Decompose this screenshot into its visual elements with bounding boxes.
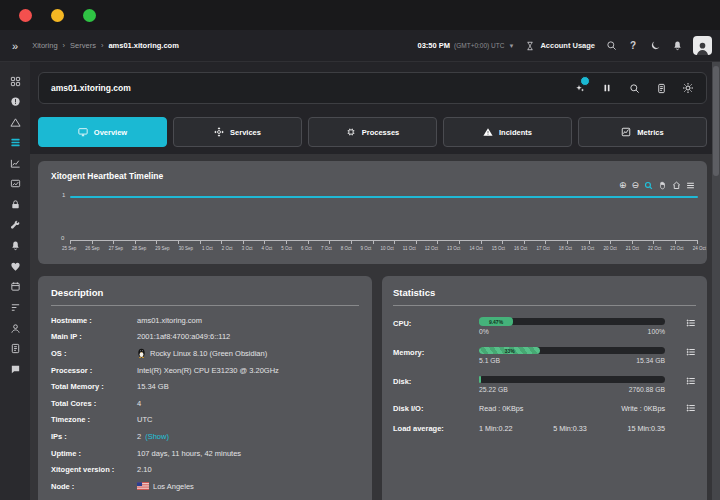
close-window-button[interactable] — [19, 9, 32, 22]
sidebar-item-security[interactable] — [9, 199, 21, 211]
home-reset-icon[interactable] — [672, 181, 681, 190]
x-axis-tick — [92, 241, 93, 244]
warning-triangle-icon — [483, 127, 493, 137]
x-axis-tick-label: 14 Oct — [469, 246, 482, 251]
show-ips-link[interactable]: (Show) — [145, 432, 169, 441]
breadcrumb: Xitoring › Servers › ams01.xitoring.com — [32, 41, 179, 50]
disk-io-write: Write : 0KBps — [621, 404, 665, 413]
scrollbar-thumb[interactable] — [713, 66, 719, 176]
x-axis-tick-label: 2 Oct — [222, 246, 233, 251]
stat-row-disk-io: Disk I/O: Read : 0KBps Write : 0KBps — [393, 403, 696, 413]
x-axis-tick — [70, 241, 71, 244]
memory-percent-badge: 33% — [505, 348, 515, 354]
x-axis-tick — [632, 241, 633, 244]
description-row-xitogent-version: Xitogent version :2.10 — [51, 461, 359, 478]
zoom-in-icon[interactable]: ⊕ — [619, 181, 627, 190]
load-1min: 1 Min:0.22 — [479, 424, 513, 433]
x-axis-tick — [589, 241, 590, 244]
disk-usage-bar — [479, 376, 665, 383]
x-axis-tick — [286, 241, 287, 244]
sidebar-item-graphs[interactable] — [9, 157, 21, 169]
description-row-os: OS : Rocky Linux 8.10 (Green Obsidian) — [51, 345, 359, 362]
user-avatar[interactable] — [693, 36, 712, 55]
x-axis-labels: 25 Sep26 Sep27 Sep28 Sep29 Sep30 Sep1 Oc… — [62, 246, 706, 251]
sidebar-item-notifications[interactable] — [9, 240, 21, 252]
stat-row-load-average: Load average: 1 Min:0.22 5 Min:0.33 15 M… — [393, 423, 696, 433]
server-search-icon[interactable] — [628, 82, 640, 94]
notifications-bell-icon[interactable] — [671, 40, 683, 52]
sidebar-item-incidents[interactable] — [9, 116, 21, 128]
scrollbar-track[interactable] — [712, 62, 720, 500]
tab-metrics-label: Metrics — [637, 128, 663, 137]
sidebar-item-health[interactable] — [9, 260, 21, 272]
pause-monitoring-icon[interactable] — [601, 82, 613, 94]
dark-mode-icon[interactable] — [649, 40, 661, 52]
server-settings-gear-icon[interactable] — [682, 82, 694, 94]
sidebar-item-feedback[interactable] — [9, 363, 21, 375]
selection-zoom-icon[interactable] — [644, 181, 653, 190]
description-row-uptime: Uptime :107 days, 11 hours, 42 minutes — [51, 445, 359, 462]
breadcrumb-item-xitoring[interactable]: Xitoring — [32, 41, 57, 50]
server-name: ams01.xitoring.com — [51, 83, 131, 93]
breadcrumb-separator: › — [63, 41, 66, 50]
sidebar-item-status[interactable] — [9, 96, 21, 108]
load-15min: 15 Min:0.35 — [627, 424, 665, 433]
account-usage-link[interactable]: Account Usage — [524, 40, 595, 52]
sidebar-item-servers[interactable] — [9, 137, 21, 149]
sidebar-item-calendar[interactable] — [9, 281, 21, 293]
search-icon[interactable] — [605, 40, 617, 52]
sidebar-item-profile[interactable] — [9, 322, 21, 334]
x-axis-tick — [178, 241, 179, 244]
x-axis-tick — [113, 241, 114, 244]
tab-overview[interactable]: Overview — [38, 117, 167, 147]
window-titlebar — [0, 0, 720, 30]
disk-io-read: Read : 0KBps — [479, 404, 523, 413]
x-axis-tick — [610, 241, 611, 244]
x-axis-tick — [481, 241, 482, 244]
tab-incidents[interactable]: Incidents — [443, 117, 572, 147]
sidebar-item-reports[interactable] — [9, 302, 21, 314]
description-row-processor: Processor :Intel(R) Xeon(R) CPU E31230 @… — [51, 362, 359, 379]
disk-io-menu-icon[interactable] — [684, 403, 696, 413]
statistics-panel: Statistics CPU: 9.47% 0%100% Memory: 33%… — [382, 276, 707, 500]
breadcrumb-item-servers[interactable]: Servers — [70, 41, 96, 50]
heartbeat-timeline-panel: Xitogent Heartbeat Timeline ⊕ ⊖ 1 0 25 S… — [38, 161, 707, 264]
memory-menu-icon[interactable] — [684, 347, 696, 364]
x-axis-tick-label: 9 Oct — [361, 246, 372, 251]
x-axis-tick — [135, 241, 136, 244]
linux-penguin-icon — [137, 348, 146, 358]
x-axis-tick-label: 19 Oct — [581, 246, 594, 251]
tab-metrics[interactable]: Metrics — [578, 117, 707, 147]
x-axis-tick — [437, 241, 438, 244]
sidebar-item-tools[interactable] — [9, 219, 21, 231]
expand-sidebar-icon[interactable]: » — [12, 40, 18, 52]
ai-assistant-icon[interactable] — [574, 82, 586, 94]
report-document-icon[interactable] — [655, 82, 667, 94]
description-row-node: Node : Los Angeles — [51, 478, 359, 495]
clock-zone: (GMT+0:00) UTC — [454, 42, 504, 49]
stat-row-memory: Memory: 33% 5.1 GB15.34 GB — [393, 347, 696, 364]
sidebar-item-billing[interactable] — [9, 343, 21, 355]
cpu-menu-icon[interactable] — [684, 318, 696, 335]
minimize-window-button[interactable] — [51, 9, 64, 22]
disk-menu-icon[interactable] — [684, 376, 696, 393]
tab-services[interactable]: Services — [173, 117, 302, 147]
load-5min: 5 Min:0.33 — [553, 424, 587, 433]
pan-hand-icon[interactable] — [658, 181, 667, 190]
zoom-out-icon[interactable]: ⊖ — [631, 181, 639, 190]
x-axis-tick-label: 22 Oct — [648, 246, 661, 251]
sidebar-item-media[interactable] — [9, 178, 21, 190]
maximize-window-button[interactable] — [83, 9, 96, 22]
description-row-ips: IPs : 2(Show) — [51, 428, 359, 445]
x-axis-tick-label: 23 Oct — [670, 246, 683, 251]
description-row-timezone: Timezone :UTC — [51, 412, 359, 429]
x-axis-tick — [459, 241, 460, 244]
sidebar-item-dashboard[interactable] — [9, 75, 21, 87]
description-row-main-ip: Main IP :2001:1af8:4700:a049:6::112 — [51, 329, 359, 346]
x-axis-tick — [697, 241, 698, 244]
x-axis-tick — [416, 241, 417, 244]
chart-menu-icon[interactable] — [686, 181, 695, 190]
tab-processes[interactable]: Processes — [308, 117, 437, 147]
help-icon[interactable]: ? — [627, 40, 639, 52]
timezone-selector[interactable]: 03:50 PM (GMT+0:00) UTC ▼ — [418, 41, 515, 50]
